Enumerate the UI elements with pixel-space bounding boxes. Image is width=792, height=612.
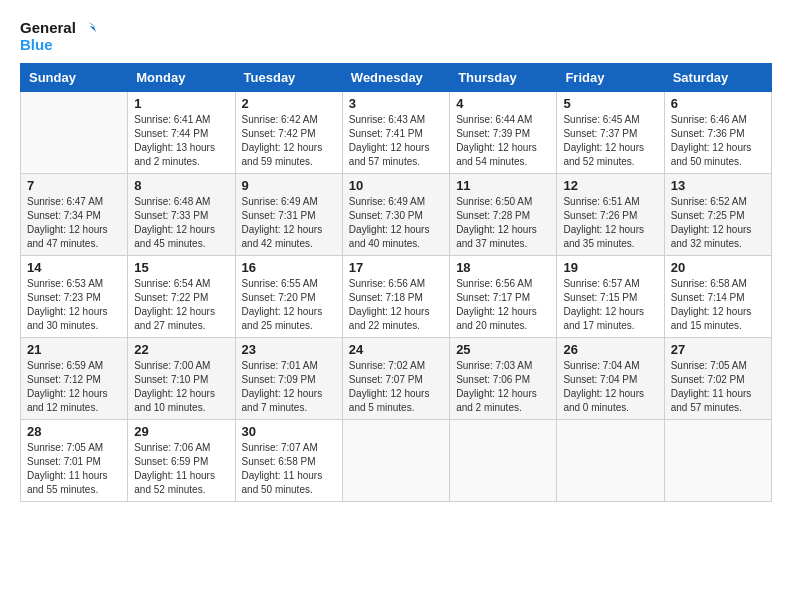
header: General Blue [20, 20, 772, 53]
calendar-table: SundayMondayTuesdayWednesdayThursdayFrid… [20, 63, 772, 502]
logo: General Blue [20, 20, 96, 53]
logo-general: General [20, 20, 76, 37]
day-header-thursday: Thursday [450, 64, 557, 92]
calendar-cell: 12Sunrise: 6:51 AMSunset: 7:26 PMDayligh… [557, 174, 664, 256]
calendar-cell: 6Sunrise: 6:46 AMSunset: 7:36 PMDaylight… [664, 92, 771, 174]
day-number: 22 [134, 342, 228, 357]
calendar-cell: 29Sunrise: 7:06 AMSunset: 6:59 PMDayligh… [128, 420, 235, 502]
day-number: 26 [563, 342, 657, 357]
calendar-cell: 14Sunrise: 6:53 AMSunset: 7:23 PMDayligh… [21, 256, 128, 338]
day-number: 9 [242, 178, 336, 193]
day-number: 29 [134, 424, 228, 439]
calendar-cell: 24Sunrise: 7:02 AMSunset: 7:07 PMDayligh… [342, 338, 449, 420]
day-info: Sunrise: 6:45 AMSunset: 7:37 PMDaylight:… [563, 113, 657, 169]
day-info: Sunrise: 7:04 AMSunset: 7:04 PMDaylight:… [563, 359, 657, 415]
calendar-cell: 19Sunrise: 6:57 AMSunset: 7:15 PMDayligh… [557, 256, 664, 338]
day-number: 14 [27, 260, 121, 275]
day-number: 15 [134, 260, 228, 275]
day-number: 19 [563, 260, 657, 275]
day-number: 3 [349, 96, 443, 111]
day-info: Sunrise: 6:57 AMSunset: 7:15 PMDaylight:… [563, 277, 657, 333]
day-info: Sunrise: 6:58 AMSunset: 7:14 PMDaylight:… [671, 277, 765, 333]
day-number: 1 [134, 96, 228, 111]
day-info: Sunrise: 6:52 AMSunset: 7:25 PMDaylight:… [671, 195, 765, 251]
calendar-cell: 25Sunrise: 7:03 AMSunset: 7:06 PMDayligh… [450, 338, 557, 420]
calendar-cell [21, 92, 128, 174]
calendar-cell: 23Sunrise: 7:01 AMSunset: 7:09 PMDayligh… [235, 338, 342, 420]
day-info: Sunrise: 7:00 AMSunset: 7:10 PMDaylight:… [134, 359, 228, 415]
calendar-week-2: 7Sunrise: 6:47 AMSunset: 7:34 PMDaylight… [21, 174, 772, 256]
calendar-cell: 10Sunrise: 6:49 AMSunset: 7:30 PMDayligh… [342, 174, 449, 256]
calendar-cell: 20Sunrise: 6:58 AMSunset: 7:14 PMDayligh… [664, 256, 771, 338]
calendar-week-1: 1Sunrise: 6:41 AMSunset: 7:44 PMDaylight… [21, 92, 772, 174]
calendar-cell: 27Sunrise: 7:05 AMSunset: 7:02 PMDayligh… [664, 338, 771, 420]
calendar-cell: 2Sunrise: 6:42 AMSunset: 7:42 PMDaylight… [235, 92, 342, 174]
day-info: Sunrise: 6:53 AMSunset: 7:23 PMDaylight:… [27, 277, 121, 333]
day-info: Sunrise: 6:54 AMSunset: 7:22 PMDaylight:… [134, 277, 228, 333]
calendar-cell: 5Sunrise: 6:45 AMSunset: 7:37 PMDaylight… [557, 92, 664, 174]
day-number: 7 [27, 178, 121, 193]
calendar-cell: 1Sunrise: 6:41 AMSunset: 7:44 PMDaylight… [128, 92, 235, 174]
calendar-cell: 7Sunrise: 6:47 AMSunset: 7:34 PMDaylight… [21, 174, 128, 256]
day-number: 13 [671, 178, 765, 193]
calendar-cell: 21Sunrise: 6:59 AMSunset: 7:12 PMDayligh… [21, 338, 128, 420]
calendar-cell: 17Sunrise: 6:56 AMSunset: 7:18 PMDayligh… [342, 256, 449, 338]
calendar-cell [557, 420, 664, 502]
day-number: 30 [242, 424, 336, 439]
day-info: Sunrise: 7:06 AMSunset: 6:59 PMDaylight:… [134, 441, 228, 497]
day-number: 24 [349, 342, 443, 357]
day-info: Sunrise: 6:42 AMSunset: 7:42 PMDaylight:… [242, 113, 336, 169]
day-number: 23 [242, 342, 336, 357]
day-info: Sunrise: 7:05 AMSunset: 7:01 PMDaylight:… [27, 441, 121, 497]
day-header-sunday: Sunday [21, 64, 128, 92]
day-info: Sunrise: 7:05 AMSunset: 7:02 PMDaylight:… [671, 359, 765, 415]
calendar-cell: 13Sunrise: 6:52 AMSunset: 7:25 PMDayligh… [664, 174, 771, 256]
day-number: 18 [456, 260, 550, 275]
day-number: 6 [671, 96, 765, 111]
calendar-cell: 26Sunrise: 7:04 AMSunset: 7:04 PMDayligh… [557, 338, 664, 420]
day-number: 28 [27, 424, 121, 439]
day-info: Sunrise: 6:46 AMSunset: 7:36 PMDaylight:… [671, 113, 765, 169]
calendar-cell [342, 420, 449, 502]
day-number: 25 [456, 342, 550, 357]
day-number: 2 [242, 96, 336, 111]
day-header-monday: Monday [128, 64, 235, 92]
logo-bird-icon [78, 20, 96, 36]
day-info: Sunrise: 6:55 AMSunset: 7:20 PMDaylight:… [242, 277, 336, 333]
day-info: Sunrise: 6:56 AMSunset: 7:18 PMDaylight:… [349, 277, 443, 333]
day-header-wednesday: Wednesday [342, 64, 449, 92]
day-info: Sunrise: 7:07 AMSunset: 6:58 PMDaylight:… [242, 441, 336, 497]
day-number: 12 [563, 178, 657, 193]
day-number: 10 [349, 178, 443, 193]
day-info: Sunrise: 7:02 AMSunset: 7:07 PMDaylight:… [349, 359, 443, 415]
day-header-tuesday: Tuesday [235, 64, 342, 92]
calendar-cell: 9Sunrise: 6:49 AMSunset: 7:31 PMDaylight… [235, 174, 342, 256]
day-number: 5 [563, 96, 657, 111]
calendar-week-4: 21Sunrise: 6:59 AMSunset: 7:12 PMDayligh… [21, 338, 772, 420]
calendar-week-5: 28Sunrise: 7:05 AMSunset: 7:01 PMDayligh… [21, 420, 772, 502]
day-info: Sunrise: 6:48 AMSunset: 7:33 PMDaylight:… [134, 195, 228, 251]
calendar-cell: 15Sunrise: 6:54 AMSunset: 7:22 PMDayligh… [128, 256, 235, 338]
calendar-cell: 4Sunrise: 6:44 AMSunset: 7:39 PMDaylight… [450, 92, 557, 174]
svg-marker-1 [90, 26, 96, 32]
day-info: Sunrise: 6:49 AMSunset: 7:30 PMDaylight:… [349, 195, 443, 251]
day-info: Sunrise: 6:50 AMSunset: 7:28 PMDaylight:… [456, 195, 550, 251]
calendar-cell [664, 420, 771, 502]
day-info: Sunrise: 6:47 AMSunset: 7:34 PMDaylight:… [27, 195, 121, 251]
day-info: Sunrise: 7:01 AMSunset: 7:09 PMDaylight:… [242, 359, 336, 415]
calendar-cell: 30Sunrise: 7:07 AMSunset: 6:58 PMDayligh… [235, 420, 342, 502]
day-info: Sunrise: 6:41 AMSunset: 7:44 PMDaylight:… [134, 113, 228, 169]
calendar-week-3: 14Sunrise: 6:53 AMSunset: 7:23 PMDayligh… [21, 256, 772, 338]
calendar-cell: 11Sunrise: 6:50 AMSunset: 7:28 PMDayligh… [450, 174, 557, 256]
day-info: Sunrise: 6:49 AMSunset: 7:31 PMDaylight:… [242, 195, 336, 251]
day-number: 21 [27, 342, 121, 357]
day-info: Sunrise: 6:44 AMSunset: 7:39 PMDaylight:… [456, 113, 550, 169]
day-info: Sunrise: 6:51 AMSunset: 7:26 PMDaylight:… [563, 195, 657, 251]
calendar-cell: 18Sunrise: 6:56 AMSunset: 7:17 PMDayligh… [450, 256, 557, 338]
calendar-cell: 8Sunrise: 6:48 AMSunset: 7:33 PMDaylight… [128, 174, 235, 256]
day-number: 17 [349, 260, 443, 275]
day-info: Sunrise: 6:59 AMSunset: 7:12 PMDaylight:… [27, 359, 121, 415]
calendar-cell: 22Sunrise: 7:00 AMSunset: 7:10 PMDayligh… [128, 338, 235, 420]
day-number: 11 [456, 178, 550, 193]
day-number: 27 [671, 342, 765, 357]
